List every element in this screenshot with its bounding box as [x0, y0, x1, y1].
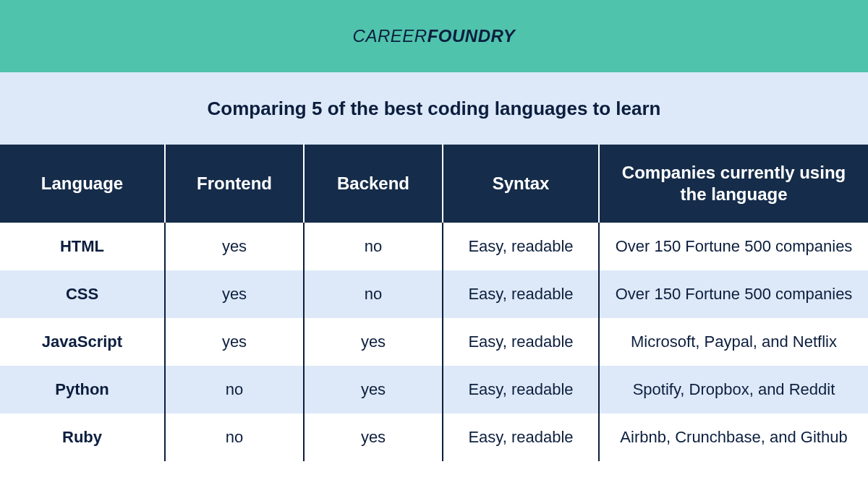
col-header-frontend: Frontend: [165, 145, 304, 223]
cell-syntax: Easy, readable: [443, 366, 599, 413]
cell-syntax: Easy, readable: [443, 413, 599, 461]
brand-logo: CAREERFOUNDRY: [353, 26, 516, 46]
col-header-language: Language: [0, 145, 165, 223]
table-row: JavaScript yes yes Easy, readable Micros…: [0, 318, 868, 366]
table-row: Ruby no yes Easy, readable Airbnb, Crunc…: [0, 413, 868, 461]
cell-syntax: Easy, readable: [443, 318, 599, 366]
cell-language: JavaScript: [0, 318, 165, 366]
comparison-table: Language Frontend Backend Syntax Compani…: [0, 145, 868, 461]
cell-backend: yes: [304, 318, 443, 366]
table-header-row: Language Frontend Backend Syntax Compani…: [0, 145, 868, 223]
cell-frontend: yes: [165, 223, 304, 270]
brand-logo-part1: CAREER: [353, 26, 427, 46]
cell-syntax: Easy, readable: [443, 223, 599, 270]
col-header-syntax: Syntax: [443, 145, 599, 223]
brand-logo-part2: FOUNDRY: [427, 26, 516, 46]
cell-language: Python: [0, 366, 165, 413]
cell-backend: no: [304, 270, 443, 318]
cell-language: Ruby: [0, 413, 165, 461]
table-row: Python no yes Easy, readable Spotify, Dr…: [0, 366, 868, 413]
cell-companies: Airbnb, Crunchbase, and Github: [599, 413, 868, 461]
cell-frontend: yes: [165, 318, 304, 366]
subtitle-bar: Comparing 5 of the best coding languages…: [0, 72, 868, 145]
cell-companies: Over 150 Fortune 500 companies: [599, 223, 868, 270]
cell-backend: no: [304, 223, 443, 270]
col-header-backend: Backend: [304, 145, 443, 223]
cell-backend: yes: [304, 366, 443, 413]
cell-frontend: no: [165, 366, 304, 413]
cell-language: CSS: [0, 270, 165, 318]
cell-syntax: Easy, readable: [443, 270, 599, 318]
cell-frontend: yes: [165, 270, 304, 318]
cell-backend: yes: [304, 413, 443, 461]
cell-companies: Microsoft, Paypal, and Netflix: [599, 318, 868, 366]
table-row: CSS yes no Easy, readable Over 150 Fortu…: [0, 270, 868, 318]
cell-language: HTML: [0, 223, 165, 270]
cell-companies: Over 150 Fortune 500 companies: [599, 270, 868, 318]
cell-companies: Spotify, Dropbox, and Reddit: [599, 366, 868, 413]
cell-frontend: no: [165, 413, 304, 461]
page-subtitle: Comparing 5 of the best coding languages…: [208, 98, 661, 120]
table-row: HTML yes no Easy, readable Over 150 Fort…: [0, 223, 868, 270]
brand-banner: CAREERFOUNDRY: [0, 0, 868, 72]
col-header-companies: Companies currently using the language: [599, 145, 868, 223]
